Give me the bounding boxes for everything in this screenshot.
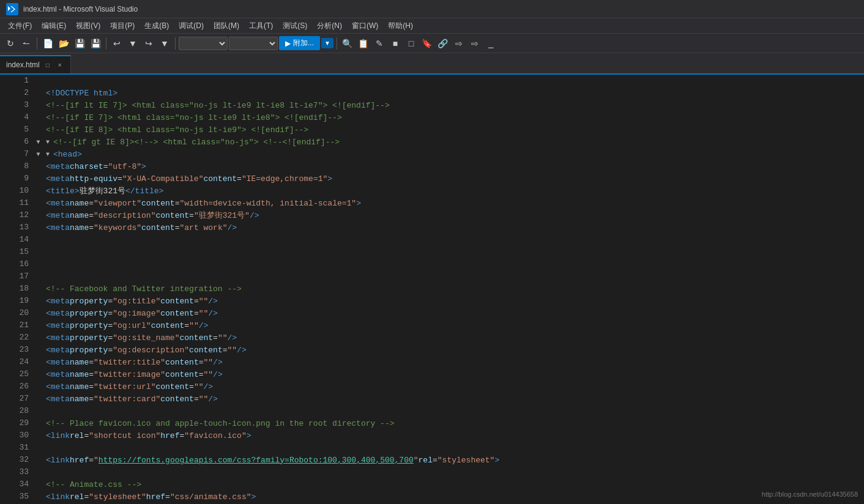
code-cell: <title>驻梦街321号</title> [43, 185, 163, 197]
fold-gutter[interactable]: ▼ [34, 151, 43, 158]
back-button[interactable]: ↻ [3, 36, 18, 51]
menu-item[interactable]: 工具(T) [244, 20, 278, 32]
run-button[interactable]: ▶ 附加... [279, 36, 320, 50]
toolbar-btn-6[interactable]: 🔖 [420, 36, 434, 51]
toolbar-btn-9[interactable]: ⇨ [467, 36, 482, 51]
code-line: 30 <link rel="shortcut icon" href="favic… [0, 429, 864, 442]
menu-item[interactable]: 帮助(H) [383, 20, 418, 32]
code-line: 5 <!--[if IE 8]> <html class="no-js lt-i… [0, 124, 864, 136]
save-button[interactable]: 💾 [72, 36, 87, 51]
line-number: 33 [0, 466, 34, 478]
code-cell [43, 246, 46, 258]
toolbar: ↻ ↼ 📄 📂 💾 💾 ↩ ▼ ↪ ▼ ▶ 附加... ▼ 🔍 📋 ✎ ■ □ … [0, 34, 864, 53]
code-cell: <meta name="description" content="驻梦街321… [43, 209, 259, 221]
code-line: 3 <!--[if lt IE 7]> <html class="no-js l… [0, 99, 864, 111]
code-cell: <meta name="twitter:title" content="" /> [43, 356, 223, 368]
line-number: 23 [0, 344, 34, 356]
line-number: 17 [0, 270, 34, 283]
menu-item[interactable]: 测试(S) [278, 20, 312, 32]
menu-item[interactable]: 窗口(W) [347, 20, 383, 32]
toolbar-btn-10[interactable]: ⎯ [483, 36, 498, 51]
line-number: 30 [0, 429, 34, 442]
toolbar-btn-7[interactable]: 🔗 [436, 36, 450, 51]
toolbar-separator-4 [337, 37, 337, 50]
line-number: 5 [0, 124, 34, 136]
code-cell: <meta name="twitter:card" content="" /> [43, 393, 218, 405]
code-line: 32 <link href="https://fonts.googleapis.… [0, 454, 864, 466]
line-number: 31 [0, 442, 34, 454]
code-cell [43, 270, 46, 283]
code-line: 26 <meta name="twitter:url" content="" /… [0, 380, 864, 393]
window-title: index.html - Microsoft Visual Studio [23, 5, 138, 13]
line-number: 2 [0, 87, 34, 99]
code-line: 2 <!DOCTYPE html> [0, 87, 864, 99]
code-cell: <!-- Animate.css --> [43, 478, 141, 491]
toolbar-btn-2[interactable]: 📋 [356, 36, 371, 51]
code-editor[interactable]: 12 <!DOCTYPE html>3 <!--[if lt IE 7]> <h… [0, 75, 864, 504]
line-number: 34 [0, 478, 34, 491]
code-line: 11 <meta name="viewport" content="width=… [0, 197, 864, 209]
code-area: 12 <!DOCTYPE html>3 <!--[if lt IE 7]> <h… [0, 75, 864, 504]
menu-item[interactable]: 生成(B) [140, 20, 174, 32]
menu-item[interactable]: 项目(P) [105, 20, 140, 32]
line-number: 25 [0, 368, 34, 380]
code-line: 31 [0, 442, 864, 454]
tab-filename: index.html [6, 61, 40, 69]
menu-item[interactable]: 分析(N) [312, 20, 347, 32]
code-cell: <meta property="og:image" content=""/> [43, 307, 218, 319]
open-file-button[interactable]: 📂 [56, 36, 71, 51]
line-number: 8 [0, 160, 34, 172]
code-lines: 12 <!DOCTYPE html>3 <!--[if lt IE 7]> <h… [0, 75, 864, 503]
menu-item[interactable]: 编辑(E) [37, 20, 71, 32]
toolbar-btn-8[interactable]: ⇨ [452, 36, 466, 51]
redo-dropdown[interactable]: ▼ [157, 36, 172, 51]
undo-dropdown[interactable]: ▼ [125, 36, 140, 51]
save-all-button[interactable]: 💾 [88, 36, 103, 51]
toolbar-btn-5[interactable]: □ [404, 36, 419, 51]
config-dropdown[interactable] [179, 37, 228, 50]
code-line: 14 [0, 234, 864, 246]
redo-button[interactable]: ↪ [141, 36, 156, 51]
menu-item[interactable]: 调试(D) [174, 20, 209, 32]
line-number: 21 [0, 319, 34, 332]
code-line: 15 [0, 246, 864, 258]
code-line: 1 [0, 75, 864, 87]
attach-label: 附加... [293, 38, 314, 48]
code-cell [43, 258, 46, 270]
tab-bar: index.html □ × [0, 53, 864, 75]
undo-button[interactable]: ↩ [110, 36, 124, 51]
tab-pin-icon[interactable]: □ [43, 61, 52, 69]
watermark-text: http://blog.csdn.net/u014435658 [762, 491, 858, 498]
fold-gutter[interactable]: ▼ [34, 139, 43, 146]
code-line: 16 [0, 258, 864, 270]
code-line: 6▼▼<!--[if gt IE 8]><!--> <html class="n… [0, 136, 864, 148]
line-number: 26 [0, 380, 34, 393]
code-line: 8 <meta charset="utf-8"> [0, 160, 864, 172]
attach-dropdown[interactable]: ▼ [321, 38, 333, 48]
code-cell: <meta property="og:url" content=""/> [43, 319, 208, 332]
line-number: 22 [0, 332, 34, 344]
code-cell: <meta http-equiv="X-UA-Compatible" conte… [43, 172, 332, 185]
new-file-button[interactable]: 📄 [40, 36, 55, 51]
code-line: 17 [0, 270, 864, 283]
vs-icon [6, 3, 18, 15]
file-tab[interactable]: index.html □ × [0, 55, 71, 73]
toolbar-btn-3[interactable]: ✎ [372, 36, 387, 51]
menu-item[interactable]: 文件(F) [3, 20, 37, 32]
code-cell: <!--[if IE 7]> <html class="no-js lt-ie9… [43, 111, 342, 124]
menu-bar: 文件(F)编辑(E)视图(V)项目(P)生成(B)调试(D)团队(M)工具(T)… [0, 18, 864, 34]
code-cell [43, 405, 46, 417]
menu-item[interactable]: 团队(M) [209, 20, 244, 32]
code-line: 22 <meta property="og:site_name" content… [0, 332, 864, 344]
line-number: 28 [0, 405, 34, 417]
toolbar-btn-1[interactable]: 🔍 [340, 36, 355, 51]
code-cell: <meta property="og:site_name" content=""… [43, 332, 237, 344]
menu-item[interactable]: 视图(V) [71, 20, 105, 32]
code-line: 23 <meta property="og:description" conte… [0, 344, 864, 356]
line-number: 27 [0, 393, 34, 405]
toolbar-btn-4[interactable]: ■ [388, 36, 403, 51]
code-line: 24 <meta name="twitter:title" content=""… [0, 356, 864, 368]
platform-dropdown[interactable] [229, 37, 278, 50]
tab-close-icon[interactable]: × [56, 61, 64, 69]
forward-button[interactable]: ↼ [19, 36, 34, 51]
